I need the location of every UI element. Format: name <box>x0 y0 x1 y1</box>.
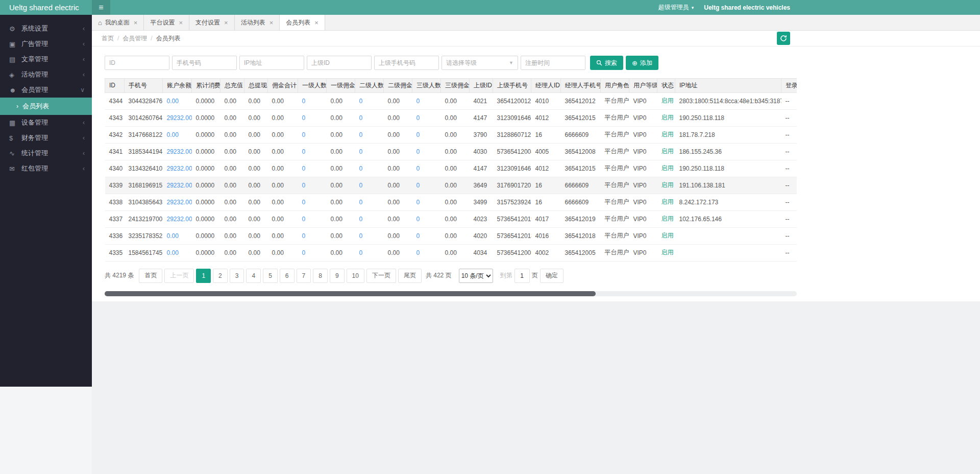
cell-status[interactable]: 启用 <box>657 160 675 177</box>
ip-filter-input[interactable] <box>239 56 304 70</box>
cell-l1-count[interactable]: 0 <box>298 177 327 194</box>
page-button-9[interactable]: 9 <box>330 269 345 283</box>
cell-balance[interactable]: 0.00 <box>163 92 192 109</box>
cell-l2-count[interactable]: 0 <box>355 210 384 227</box>
cell-balance[interactable]: 29232.00 <box>163 194 192 210</box>
cell-l1-count[interactable]: 0 <box>298 92 327 109</box>
cell-l3-count[interactable]: 0 <box>412 143 441 160</box>
register-time-input[interactable] <box>521 56 585 70</box>
horizontal-scrollbar-track[interactable] <box>105 291 797 296</box>
id-filter-input[interactable] <box>105 56 169 70</box>
page-button-1[interactable]: 1 <box>196 269 211 283</box>
cell-l3-count[interactable]: 0 <box>412 177 441 194</box>
tab-close-icon[interactable]: × <box>224 19 228 27</box>
cell-balance[interactable]: 0.00 <box>163 227 192 244</box>
cell-balance[interactable]: 0.00 <box>163 244 192 261</box>
cell-l1-count[interactable]: 0 <box>298 227 327 244</box>
sidebar-toggle-button[interactable]: ≡ <box>92 0 110 15</box>
sidebar-item-ad-management[interactable]: ▣广告管理‹ <box>0 36 92 52</box>
cell-status[interactable]: 启用 <box>657 210 675 227</box>
sidebar-item-system-settings[interactable]: ⚙系统设置‹ <box>0 21 92 36</box>
cell-balance[interactable]: 0.00 <box>163 126 192 143</box>
cell-balance[interactable]: 29232.00 <box>163 177 192 194</box>
cell-l3-count[interactable]: 0 <box>412 210 441 227</box>
cell-status[interactable]: 启用 <box>657 143 675 160</box>
admin-dropdown[interactable]: 超级管理员 ▾ <box>658 3 694 12</box>
cell-l3-count[interactable]: 0 <box>412 194 441 210</box>
cell-l1-count[interactable]: 0 <box>298 194 327 210</box>
cell-l2-count[interactable]: 0 <box>355 126 384 143</box>
cell-balance[interactable]: 29232.00 <box>163 143 192 160</box>
sidebar-item-member-management[interactable]: ☻会员管理∨ <box>0 82 92 98</box>
cell-balance[interactable]: 29232.00 <box>163 160 192 177</box>
tab-member-list[interactable]: 会员列表× <box>280 15 325 30</box>
cell-l2-count[interactable]: 0 <box>355 177 384 194</box>
sidebar-item-article-management[interactable]: ▤文章管理‹ <box>0 52 92 67</box>
tab-payment-settings[interactable]: 支付设置× <box>189 15 235 30</box>
sidebar-item-finance-management[interactable]: $财务管理‹ <box>0 130 92 146</box>
breadcrumb-item[interactable]: 会员列表 <box>156 34 181 43</box>
page-button-5[interactable]: 5 <box>263 269 278 283</box>
add-button[interactable]: ⊕ 添加 <box>626 56 658 70</box>
tab-activity-list[interactable]: 活动列表× <box>235 15 280 30</box>
cell-status[interactable]: 启用 <box>657 109 675 126</box>
page-button-10[interactable]: 10 <box>347 269 364 283</box>
parent-phone-filter-input[interactable] <box>374 56 439 70</box>
cell-l2-count[interactable]: 0 <box>355 143 384 160</box>
cell-status[interactable]: 启用 <box>657 92 675 109</box>
cell-l1-count[interactable]: 0 <box>298 126 327 143</box>
page-button-4[interactable]: 4 <box>246 269 261 283</box>
cell-l3-count[interactable]: 0 <box>412 126 441 143</box>
cell-l1-count[interactable]: 0 <box>298 109 327 126</box>
tab-close-icon[interactable]: × <box>314 19 318 27</box>
cell-l1-count[interactable]: 0 <box>298 143 327 160</box>
first-page-button[interactable]: 首页 <box>139 269 162 283</box>
page-button-3[interactable]: 3 <box>230 269 244 283</box>
next-page-button[interactable]: 下一页 <box>366 269 396 283</box>
page-button-2[interactable]: 2 <box>213 269 228 283</box>
cell-balance[interactable]: 29232.00 <box>163 210 192 227</box>
sidebar-item-member-list[interactable]: ›会员列表 <box>0 98 92 115</box>
goto-page-input[interactable] <box>514 269 530 283</box>
cell-l2-count[interactable]: 0 <box>355 92 384 109</box>
cell-l3-count[interactable]: 0 <box>412 227 441 244</box>
cell-l3-count[interactable]: 0 <box>412 244 441 261</box>
sidebar-item-stats-management[interactable]: ∿统计管理‹ <box>0 146 92 161</box>
search-button[interactable]: 搜索 <box>590 56 623 70</box>
cell-l2-count[interactable]: 0 <box>355 109 384 126</box>
sidebar-item-activity-management[interactable]: ◈活动管理‹ <box>0 67 92 82</box>
per-page-select[interactable]: 10 条/页 <box>459 269 493 283</box>
phone-filter-input[interactable] <box>172 56 237 70</box>
cell-l3-count[interactable]: 0 <box>412 160 441 177</box>
sidebar-item-redpacket-management[interactable]: ✉红包管理‹ <box>0 161 92 176</box>
cell-l2-count[interactable]: 0 <box>355 160 384 177</box>
level-select[interactable]: 请选择等级 ▼ <box>442 56 518 70</box>
cell-l1-count[interactable]: 0 <box>298 244 327 261</box>
sidebar-item-device-management[interactable]: ▦设备管理‹ <box>0 115 92 130</box>
cell-status[interactable]: 启用 <box>657 126 675 143</box>
cell-l1-count[interactable]: 0 <box>298 210 327 227</box>
breadcrumb-item[interactable]: 会员管理 <box>122 34 147 43</box>
prev-page-button[interactable]: 上一页 <box>164 269 194 283</box>
cell-status[interactable]: 启用 <box>657 227 675 244</box>
refresh-button[interactable] <box>777 32 790 45</box>
horizontal-scrollbar-thumb[interactable] <box>105 291 596 296</box>
tab-close-icon[interactable]: × <box>270 19 274 27</box>
last-page-button[interactable]: 尾页 <box>398 269 422 283</box>
cell-l2-count[interactable]: 0 <box>355 194 384 210</box>
tab-close-icon[interactable]: × <box>134 19 138 27</box>
cell-l3-count[interactable]: 0 <box>412 92 441 109</box>
page-button-8[interactable]: 8 <box>313 269 328 283</box>
cell-balance[interactable]: 29232.00 <box>163 109 192 126</box>
tab-my-desktop[interactable]: ⌂我的桌面× <box>92 15 144 30</box>
cell-l2-count[interactable]: 0 <box>355 244 384 261</box>
breadcrumb-item[interactable]: 首页 <box>102 34 114 43</box>
cell-l2-count[interactable]: 0 <box>355 227 384 244</box>
cell-status[interactable]: 启用 <box>657 194 675 210</box>
goto-confirm-button[interactable]: 确定 <box>540 269 564 283</box>
tab-close-icon[interactable]: × <box>179 19 183 27</box>
cell-status[interactable]: 启用 <box>657 177 675 194</box>
page-button-6[interactable]: 6 <box>280 269 295 283</box>
parent-id-filter-input[interactable] <box>307 56 372 70</box>
tab-platform-settings[interactable]: 平台设置× <box>144 15 189 30</box>
